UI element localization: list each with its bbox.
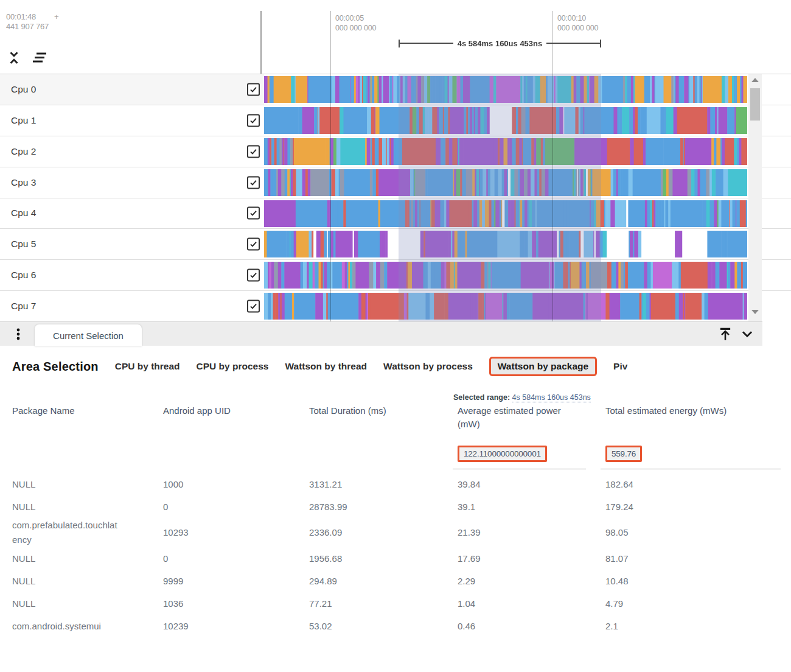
timeline-origin-timestamp: 00:01:48+ 441 907 767 xyxy=(6,12,58,32)
selection-duration-bracket: 4s 584ms 160us 453ns xyxy=(399,38,601,48)
cpu-tracks-area: Cpu 0 Cpu 1 Cpu 2 Cpu 3 Cpu 4 xyxy=(0,74,791,321)
checked-checkbox-icon[interactable] xyxy=(247,145,260,158)
origin-time: 00:01:48 xyxy=(6,12,36,21)
table-row: com.prefabulated.touchlatency 10293 2336… xyxy=(12,518,781,547)
table-row: NULL 0 1956.68 17.69 81.07 xyxy=(12,547,781,570)
table-row: NULL 9999 294.89 2.29 10.48 xyxy=(12,570,781,592)
checked-checkbox-icon[interactable] xyxy=(247,176,260,189)
cpu-row-1: Cpu 1 xyxy=(0,105,791,136)
tab-cpu-by-thread[interactable]: CPU by thread xyxy=(115,361,180,372)
checked-checkbox-icon[interactable] xyxy=(247,207,260,220)
cpu-track-canvas[interactable] xyxy=(264,200,747,227)
selected-range: Selected range: 4s 584ms 160us 453ns xyxy=(453,393,591,402)
cpu-track-canvas[interactable] xyxy=(264,169,747,196)
total-energy-highlight: 559.76 xyxy=(605,446,642,462)
tab-cpu-by-process[interactable]: CPU by process xyxy=(197,361,269,372)
checked-checkbox-icon[interactable] xyxy=(247,114,260,127)
selected-range-value[interactable]: 4s 584ms 160us 453ns xyxy=(512,393,591,402)
col-header-total-energy: Total estimated energy (mWs) xyxy=(605,404,781,431)
scrollbar-thumb[interactable] xyxy=(750,88,760,121)
table-row: NULL 0 28783.99 39.1 179.24 xyxy=(12,495,781,518)
origin-plus: + xyxy=(54,12,58,21)
checked-checkbox-icon[interactable] xyxy=(247,269,260,282)
col-header-avg-power: Average estimated power (mW) xyxy=(458,404,605,431)
cpu-row-2: Cpu 2 xyxy=(0,136,791,167)
table-header-row: Package Name Android app UID Total Durat… xyxy=(12,404,781,431)
col-header-package: Package Name xyxy=(12,404,163,431)
area-selection-tab-bar: Area Selection CPU by thread CPU by proc… xyxy=(12,354,627,379)
cpu-row-7: Cpu 7 xyxy=(0,291,791,321)
cpu-track-canvas[interactable] xyxy=(264,293,747,320)
cpu-row-3: Cpu 3 xyxy=(0,167,791,198)
details-tab-strip: Current Selection xyxy=(0,321,762,346)
total-avg-power-highlight: 122.11000000000001 xyxy=(458,446,547,462)
checked-checkbox-icon[interactable] xyxy=(247,300,260,313)
cpu-row-5: Cpu 5 xyxy=(0,229,791,260)
tick-line-10s xyxy=(552,11,553,321)
cpu-track-canvas[interactable] xyxy=(264,138,747,165)
trace-start-line xyxy=(260,11,262,74)
col-header-duration: Total Duration (ms) xyxy=(309,404,458,431)
checked-checkbox-icon[interactable] xyxy=(247,83,260,96)
tab-pivot-truncated[interactable]: Piv xyxy=(613,361,627,372)
cpu-label: Cpu 4 xyxy=(11,208,36,219)
tab-current-selection[interactable]: Current Selection xyxy=(35,324,142,346)
cpu-row-4: Cpu 4 xyxy=(0,198,791,229)
totals-underline-power xyxy=(453,469,586,469)
table-totals-row: 122.11000000000001 559.76 xyxy=(12,446,781,462)
cpu-label: Cpu 7 xyxy=(11,301,36,312)
bracket-right-cap xyxy=(600,40,601,47)
cpu-track-canvas[interactable] xyxy=(264,231,747,257)
selection-duration-label: 4s 584ms 160us 453ns xyxy=(453,39,547,48)
kebab-menu-icon[interactable] xyxy=(11,327,26,341)
tab-wattson-by-process[interactable]: Wattson by process xyxy=(383,361,473,372)
cpu-row-0: Cpu 0 xyxy=(0,74,791,105)
totals-underline-energy xyxy=(601,469,781,469)
tick-label-10s: 00:00:10000 000 000 xyxy=(557,13,598,33)
origin-fraction: 441 907 767 xyxy=(6,22,58,32)
arrow-up-to-line-icon[interactable] xyxy=(717,326,733,342)
unfold-less-icon[interactable] xyxy=(7,51,21,65)
cpu-track-canvas[interactable] xyxy=(264,107,747,134)
perfetto-trace-viewer: 00:01:48+ 441 907 767 00:00:05000 000 00… xyxy=(0,0,791,672)
table-body: NULL 1000 3131.21 39.84 182.64 NULL 0 28… xyxy=(12,473,781,637)
cpu-label: Cpu 3 xyxy=(11,177,36,188)
tick-label-5s: 00:00:05000 000 000 xyxy=(335,13,376,33)
table-row: NULL 1036 77.21 1.04 4.79 xyxy=(12,592,781,615)
chevron-down-icon[interactable] xyxy=(739,326,755,342)
tab-wattson-by-thread[interactable]: Wattson by thread xyxy=(285,361,367,372)
table-row: NULL 1000 3131.21 39.84 182.64 xyxy=(12,473,781,495)
cpu-track-canvas[interactable] xyxy=(264,262,747,289)
cpu-track-canvas[interactable] xyxy=(264,76,747,103)
scroll-up-arrow-icon[interactable] xyxy=(751,78,759,82)
panel-title: Area Selection xyxy=(12,360,99,374)
col-header-uid: Android app UID xyxy=(163,404,309,431)
cpu-label: Cpu 6 xyxy=(11,270,36,281)
tick-line-5s xyxy=(330,11,331,321)
cpu-label: Cpu 0 xyxy=(11,84,36,95)
wattson-package-table: Package Name Android app UID Total Durat… xyxy=(12,404,781,637)
cpu-label: Cpu 1 xyxy=(11,115,36,126)
cpu-label: Cpu 2 xyxy=(11,146,36,157)
selected-range-label: Selected range: xyxy=(453,393,510,402)
scroll-down-arrow-icon[interactable] xyxy=(751,310,759,314)
tab-wattson-by-package[interactable]: Wattson by package xyxy=(489,357,597,376)
table-row: com.android.systemui 10239 53.02 0.46 2.… xyxy=(12,615,781,637)
tracks-scrollbar[interactable] xyxy=(748,74,762,321)
cpu-row-6: Cpu 6 xyxy=(0,260,791,291)
sort-icon[interactable] xyxy=(32,52,47,64)
cpu-label: Cpu 5 xyxy=(11,239,36,250)
checked-checkbox-icon[interactable] xyxy=(247,238,260,251)
